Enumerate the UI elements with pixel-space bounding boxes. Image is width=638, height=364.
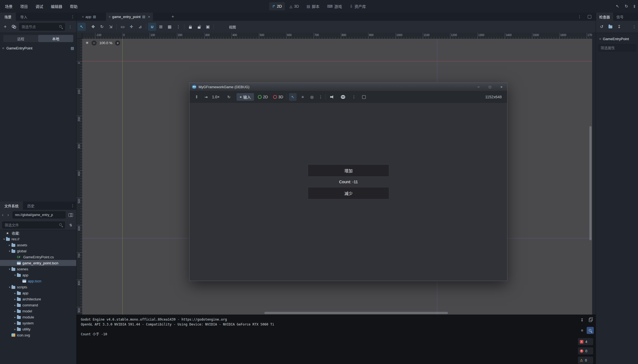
nav-forward-icon[interactable]: › [5, 211, 11, 219]
copy-output-button[interactable] [587, 316, 594, 324]
next-frame-icon[interactable]: ⇥ [202, 93, 210, 101]
tab-filesystem[interactable]: 文件系统 [0, 202, 23, 210]
expand-arrow-icon[interactable]: ▸ [13, 298, 17, 301]
new-scene-tab-button[interactable]: + [169, 13, 177, 21]
expand-arrow-icon[interactable]: ▸ [13, 322, 17, 325]
view-menu-button[interactable]: 视图 [226, 23, 239, 31]
distraction-free-icon[interactable] [588, 13, 591, 21]
file-tree-item[interactable]: ▾scripts [0, 284, 76, 290]
visibility-icon[interactable]: ◎ [308, 93, 316, 101]
scroll-to-end-button[interactable]: ↧ [578, 316, 586, 324]
sort-files-icon[interactable]: ⇅ [67, 221, 74, 229]
godot-menu-button[interactable] [339, 93, 347, 101]
minimize-button[interactable]: − [473, 83, 484, 91]
expand-arrow-icon[interactable]: ▸ [13, 316, 17, 319]
file-tree-item[interactable]: game_entry_point.tscn [0, 260, 76, 266]
scene-dock-more-icon[interactable]: ⋮ [67, 23, 73, 31]
pick-icon[interactable]: ↖ [616, 4, 619, 9]
file-tree-item[interactable]: ▸model [0, 308, 76, 314]
filter-files-input[interactable] [2, 221, 65, 229]
lock-button[interactable] [186, 23, 194, 31]
file-tree-item[interactable]: ▾scenes [0, 266, 76, 272]
file-tree-item[interactable]: ▸module [0, 314, 76, 320]
close-button[interactable]: × [496, 83, 507, 91]
pause-icon[interactable]: ‖ [634, 4, 635, 9]
grid-toggle-button[interactable]: ▦ [166, 23, 174, 31]
center-view-icon[interactable]: ✳ [85, 41, 89, 45]
v-scrollbar-thumb[interactable] [589, 126, 592, 240]
workspace-assetlib[interactable]: ⇩ 资产库 [347, 2, 369, 10]
expand-arrow-icon[interactable]: ▸ [8, 244, 11, 247]
search-output-button[interactable] [587, 327, 594, 334]
expand-arrow-icon[interactable]: ▸ [13, 304, 17, 307]
zoom-out-button[interactable]: − [91, 40, 97, 46]
scene-tree-root-node[interactable]: ○ GameEntryPoint ▤ [0, 45, 76, 51]
node-list-icon[interactable]: ≡ [299, 93, 306, 101]
move-tool-button[interactable]: ✥ [89, 23, 97, 31]
smart-snap-button[interactable]: ∪ [148, 23, 156, 31]
tab-signals[interactable]: 信号 [613, 13, 627, 21]
file-tree-item[interactable]: ▸command [0, 302, 76, 308]
select-mode-button[interactable]: ↖ [289, 93, 297, 101]
game-window-titlebar[interactable]: MyGFrameworkGame (DEBUG) − □ × [190, 83, 507, 91]
rotate-tool-button[interactable]: ↻ [98, 23, 106, 31]
add-node-button[interactable]: + [1, 23, 9, 31]
menu-help[interactable]: 帮助 [66, 0, 81, 13]
file-tree-item[interactable]: ▾global [0, 248, 76, 254]
remote-button[interactable]: 远程 [3, 35, 38, 42]
workspace-2d[interactable]: ↱ 2D [269, 2, 285, 10]
scene-tab-app[interactable]: ○ app ▤ [79, 13, 99, 21]
file-tree-item[interactable]: ▸utility [0, 326, 76, 332]
workspace-game[interactable]: ⌨ 游戏 [324, 2, 345, 10]
grid-snap-button[interactable]: ⊞ [157, 23, 165, 31]
tab-scene-dock[interactable]: 场景 [0, 13, 16, 21]
file-tree-item[interactable]: app.tscn [0, 278, 76, 284]
script-badge-icon[interactable]: ▤ [142, 15, 145, 19]
2d-mode-button[interactable]: 2D [258, 93, 268, 101]
file-tree-item[interactable]: C#GameEntryPoint.cs [0, 254, 76, 260]
menu-project[interactable]: 项目 [16, 0, 32, 13]
load-resource-button[interactable] [607, 23, 614, 31]
file-tree-item[interactable]: ▾res:// [0, 236, 76, 242]
expand-arrow-icon[interactable]: ▾ [13, 274, 17, 277]
file-tree-item[interactable]: icon.svg [0, 332, 76, 338]
close-tab-icon[interactable]: × [148, 15, 150, 19]
tab-inspector[interactable]: 检查器 [596, 13, 613, 21]
fullscreen-button[interactable] [360, 93, 368, 101]
pause-game-icon[interactable]: ‖ [193, 93, 200, 101]
script-badge-icon[interactable]: ▤ [93, 15, 96, 19]
expand-arrow-icon[interactable]: ▸ [13, 310, 17, 313]
restart-icon[interactable]: ↻ [625, 4, 628, 9]
file-tree-item[interactable]: ▸assets [0, 242, 76, 248]
scene-tabs-menu-icon[interactable]: ⋮ [577, 13, 583, 21]
menu-scene[interactable]: 场景 [1, 0, 16, 13]
workspace-3d[interactable]: ◬ 3D [286, 2, 302, 10]
menu-debug[interactable]: 调试 [32, 0, 47, 13]
history-icon[interactable]: ↺ [598, 23, 605, 31]
word-wrap-button[interactable]: ≡ [578, 327, 586, 334]
expand-arrow-icon[interactable]: ▸ [13, 292, 17, 295]
expand-arrow-icon[interactable]: ▾ [8, 250, 11, 253]
file-tree-item[interactable]: ▸app [0, 290, 76, 296]
script-badge-icon[interactable]: ▤ [71, 46, 74, 50]
save-resource-button[interactable]: ↧ [616, 23, 623, 31]
scene-tab-game-entry-point[interactable]: ○ game_entry_point ▤ × [106, 13, 153, 21]
decrease-button[interactable]: 减少 [308, 187, 389, 199]
file-tree-item[interactable]: ▸architecture [0, 296, 76, 302]
expand-arrow-icon[interactable]: ▸ [13, 328, 17, 331]
increase-button[interactable]: 增加 [308, 164, 389, 177]
zoom-in-button[interactable]: + [115, 40, 120, 46]
pan-tool-button[interactable]: ✛ [127, 23, 135, 31]
audio-mute-button[interactable] [328, 93, 336, 101]
inspector-node-row[interactable]: ○ GameEntryPoint [599, 35, 636, 42]
group-button[interactable]: ▣ [204, 23, 212, 31]
scene-dock-menu-icon[interactable]: ⋮ [70, 13, 76, 21]
speed-label[interactable]: 1.0× [212, 93, 220, 101]
warnings-badge[interactable]: ⚠ 0 [578, 357, 593, 364]
3d-mode-button[interactable]: 3D [273, 93, 283, 101]
workspace-script[interactable]: ▤ 脚本 [304, 2, 323, 10]
expand-arrow-icon[interactable]: ▾ [8, 286, 11, 289]
game-more-icon[interactable]: ⋮ [317, 93, 324, 101]
h-scrollbar-thumb[interactable] [264, 312, 448, 314]
unlock-button[interactable] [195, 23, 203, 31]
